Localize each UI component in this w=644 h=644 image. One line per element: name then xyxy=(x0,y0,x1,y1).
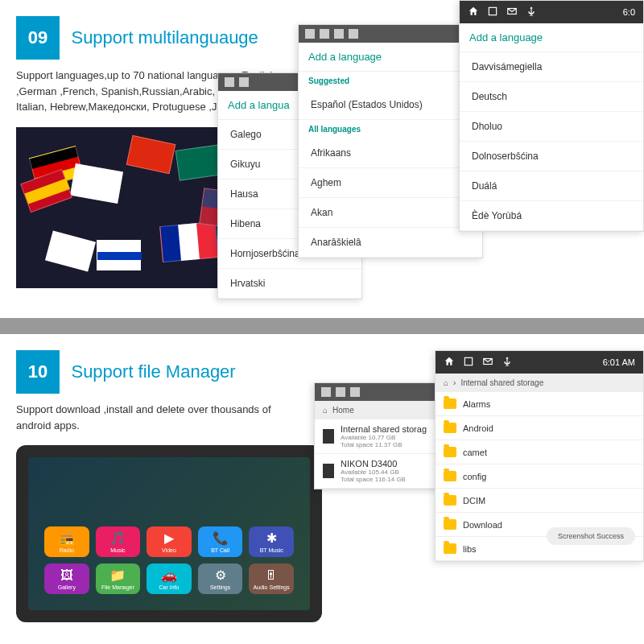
usb-icon xyxy=(349,29,358,39)
mail-icon[interactable] xyxy=(506,6,518,19)
svg-rect-2 xyxy=(464,357,472,365)
mail-icon xyxy=(334,29,344,39)
status-bar: 6:0 xyxy=(460,1,643,23)
feature-title: Support file Manager xyxy=(71,350,235,394)
language-item[interactable]: Èdè Yorùbá xyxy=(460,201,643,231)
language-item[interactable]: Dholuo xyxy=(460,112,643,142)
section-divider xyxy=(0,318,644,334)
language-item[interactable]: Hrvatski xyxy=(218,269,361,299)
home-icon xyxy=(225,77,234,87)
feature-section-multilanguage: 09 Support multilanguauge Support langua… xyxy=(0,0,644,318)
language-item[interactable]: Español (Estados Unidos) xyxy=(299,90,482,120)
status-time: 6:0 xyxy=(623,7,635,17)
status-time: 6:01 AM xyxy=(603,357,635,367)
folder-icon xyxy=(444,471,456,481)
usb-icon xyxy=(502,356,513,369)
folder-item[interactable]: Android xyxy=(436,416,643,440)
feature-description: Support download ,install and delete ove… xyxy=(16,402,290,433)
toast-message: Screenshot Success xyxy=(547,527,635,545)
device-image: 📻Radio 🎵Music ▶Video 📞BT Call ✱BT Music … xyxy=(16,445,322,622)
mini-status-bar xyxy=(299,25,482,43)
section-label-all: All languages xyxy=(299,120,482,138)
breadcrumb[interactable]: ⌂ › Internal shared storage xyxy=(436,374,643,392)
home-icon[interactable] xyxy=(468,6,479,19)
home-icon[interactable]: ⌂ xyxy=(444,378,448,387)
mail-icon[interactable] xyxy=(482,356,493,369)
app-audiosettings[interactable]: 🎚Audio Settings xyxy=(249,564,294,594)
status-bar: 6:01 AM xyxy=(436,351,643,374)
folder-icon xyxy=(444,447,456,457)
folder-item[interactable]: DCIM xyxy=(436,489,643,513)
mail-icon xyxy=(350,387,360,397)
app-music[interactable]: 🎵Music xyxy=(96,526,141,557)
language-list[interactable]: Davvisámegiella Deutsch Dholuo Dolnoserb… xyxy=(460,52,643,231)
left-column: 10 Support file Manager Support download… xyxy=(0,334,306,622)
feature-section-filemanager: 10 Support file Manager Support download… xyxy=(0,334,644,644)
recent-icon[interactable] xyxy=(487,6,498,19)
folder-icon xyxy=(444,519,456,530)
language-item[interactable]: Dolnoserbšćina xyxy=(460,142,643,171)
screen-header: Add a language xyxy=(299,43,482,72)
home-icon xyxy=(321,387,331,397)
window-icon xyxy=(336,387,345,397)
window-icon xyxy=(320,29,329,39)
home-icon[interactable] xyxy=(444,356,455,369)
breadcrumb-path[interactable]: Internal shared storage xyxy=(460,378,543,387)
section-label-suggested: Suggested xyxy=(299,72,482,90)
language-item[interactable]: Anarâškielâ xyxy=(299,228,482,258)
filemanager-screen-2: 6:01 AM ⌂ › Internal shared storage Alar… xyxy=(435,350,644,562)
app-carinfo[interactable]: 🚗Car Info xyxy=(147,564,192,594)
language-item[interactable]: Davvisámegiella xyxy=(460,52,643,82)
storage-icon xyxy=(323,464,334,478)
svg-rect-0 xyxy=(489,7,496,14)
folder-icon xyxy=(444,423,456,433)
app-gallery[interactable]: 🖼Gallery xyxy=(44,564,89,594)
folder-icon xyxy=(444,398,456,409)
language-item[interactable]: Afrikaans xyxy=(299,138,482,168)
app-btmusic[interactable]: ✱BT Music xyxy=(249,526,294,557)
home-icon xyxy=(305,29,315,39)
app-radio[interactable]: 📻Radio xyxy=(44,526,89,557)
folder-icon xyxy=(444,543,456,554)
language-item[interactable]: Duálá xyxy=(460,171,643,201)
app-video[interactable]: ▶Video xyxy=(147,526,192,557)
folder-item[interactable]: Alarms xyxy=(436,392,643,416)
app-btcall[interactable]: 📞BT Call xyxy=(198,526,243,557)
app-settings[interactable]: ⚙Settings xyxy=(198,564,243,594)
home-icon[interactable]: ⌂ xyxy=(323,406,328,415)
storage-icon xyxy=(323,429,334,444)
language-screen-3: 6:0 Add a language Davvisámegiella Deuts… xyxy=(459,0,644,232)
app-grid: 📻Radio 🎵Music ▶Video 📞BT Call ✱BT Music … xyxy=(44,526,294,594)
language-item[interactable]: Aghem xyxy=(299,168,482,198)
screen-header: Add a language xyxy=(460,23,643,52)
feature-number-badge: 09 xyxy=(16,16,60,60)
language-item[interactable]: Akan xyxy=(299,198,482,228)
feature-number-badge: 10 xyxy=(16,350,60,394)
app-filemanager[interactable]: 📁File Manager xyxy=(96,564,141,594)
recent-icon[interactable] xyxy=(463,356,474,369)
folder-item[interactable]: config xyxy=(436,464,643,489)
language-screen-2: Add a language Suggested Español (Estado… xyxy=(298,24,483,258)
language-item[interactable]: Deutsch xyxy=(460,82,643,112)
folder-item[interactable]: camet xyxy=(436,440,643,464)
feature-title: Support multilanguauge xyxy=(71,16,258,60)
breadcrumb-home[interactable]: Home xyxy=(332,406,354,415)
device-screen: 📻Radio 🎵Music ▶Video 📞BT Call ✱BT Music … xyxy=(28,457,310,610)
window-icon xyxy=(239,77,249,87)
folder-icon xyxy=(444,495,456,506)
usb-icon xyxy=(526,6,537,19)
